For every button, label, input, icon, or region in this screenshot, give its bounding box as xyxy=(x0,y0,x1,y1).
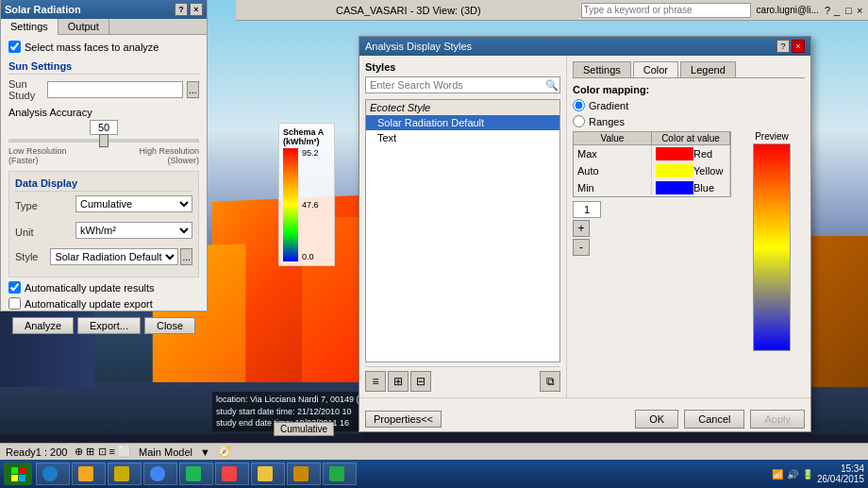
plus-button[interactable]: + xyxy=(573,220,590,237)
color-name-blue: Blue xyxy=(693,182,714,194)
taskbar-app-music[interactable] xyxy=(179,463,213,485)
ok-button[interactable]: OK xyxy=(635,410,678,429)
tab-color[interactable]: Color xyxy=(633,61,678,77)
analyze-button[interactable]: Analyze xyxy=(12,317,74,334)
style-search-input[interactable] xyxy=(366,79,544,91)
sun-study-input[interactable]: Winter Solar Study xyxy=(47,81,183,98)
preview-area: Preview xyxy=(739,131,805,392)
taskbar-app-folder[interactable] xyxy=(72,463,106,485)
solar-panel-title: Solar Radiation xyxy=(5,4,81,15)
info-line2: study start date time: 21/12/2010 10 xyxy=(216,406,359,418)
slider-track[interactable] xyxy=(8,139,199,143)
maximize-btn[interactable]: □ xyxy=(845,5,857,16)
taskbar-apps xyxy=(36,463,357,485)
volume-icon: 🔊 xyxy=(787,469,798,480)
style-select[interactable]: Solar Radiation Default xyxy=(50,248,178,265)
auto-update-checkbox[interactable] xyxy=(8,281,21,294)
cumulative-badge: Cumulative xyxy=(274,422,334,436)
system-clock[interactable]: 15:34 26/04/2015 xyxy=(817,463,864,484)
taskbar-app-chrome[interactable] xyxy=(143,463,177,485)
ranges-radio-row: Ranges xyxy=(573,115,805,127)
ads-title: Analysis Display Styles xyxy=(365,41,472,52)
taskbar-app-revit2[interactable] xyxy=(287,463,321,485)
battery-icon: 🔋 xyxy=(802,469,813,480)
taskbar-app-revit[interactable] xyxy=(108,463,142,485)
svg-rect-3 xyxy=(19,475,25,481)
style-item-text[interactable]: Text xyxy=(366,130,559,145)
style-list: Ecotect Style Solar Radiation Default Te… xyxy=(365,99,560,362)
tab-settings[interactable]: Settings xyxy=(1,19,58,35)
gradient-radio[interactable] xyxy=(573,99,585,111)
preview-label: Preview xyxy=(739,131,805,142)
view-toggle-btns: ≡ ⊞ ⊟ xyxy=(365,371,431,392)
taskbar-app-yellow[interactable] xyxy=(251,463,285,485)
minus-button[interactable]: - xyxy=(573,239,590,256)
search-input[interactable] xyxy=(581,3,751,18)
close-btn[interactable]: × xyxy=(857,5,868,16)
start-button[interactable] xyxy=(4,463,32,485)
schema-title: Schema A (kWh/m²) xyxy=(283,127,330,146)
swatch-red xyxy=(656,147,693,160)
auto-export-checkbox[interactable] xyxy=(8,297,21,310)
taskbar-app-red[interactable] xyxy=(215,463,249,485)
slider-thumb[interactable] xyxy=(99,134,108,147)
type-row: Type Cumulative Peak xyxy=(15,195,192,216)
style-item-solar-default[interactable]: Solar Radiation Default xyxy=(366,115,559,130)
export-button[interactable]: Export... xyxy=(77,317,141,334)
ads-dialog: Analysis Display Styles ? × Styles 🔍 Eco… xyxy=(359,36,811,432)
style-browse[interactable]: ... xyxy=(180,248,192,265)
ads-title-icons: ? × xyxy=(776,40,805,53)
gradient-label: Gradient xyxy=(589,100,628,111)
clock-date: 26/04/2015 xyxy=(817,474,864,484)
close-button[interactable]: × xyxy=(190,3,203,16)
header-value: Value xyxy=(574,132,652,144)
styles-section-label: Styles xyxy=(365,61,560,73)
help-btn[interactable]: ? xyxy=(825,5,830,16)
model-dropdown[interactable]: ▼ xyxy=(200,446,210,458)
minimize-btn[interactable]: _ xyxy=(834,5,845,16)
taskbar-app-green[interactable] xyxy=(323,463,357,485)
table-row: Auto Yellow xyxy=(574,162,730,179)
apply-button[interactable]: Apply xyxy=(750,410,805,429)
tab-settings[interactable]: Settings xyxy=(573,61,631,77)
num-input[interactable]: 1 xyxy=(573,201,601,218)
detail-view-btn[interactable]: ⊟ xyxy=(410,371,431,392)
sun-study-browse[interactable]: ... xyxy=(187,81,199,98)
select-faces-checkbox[interactable] xyxy=(8,41,21,53)
list-view-btn[interactable]: ≡ xyxy=(365,371,386,392)
search-icon: 🔍 xyxy=(544,79,559,92)
color-name-red: Red xyxy=(693,148,712,160)
properties-button[interactable]: Properties<< xyxy=(365,411,442,428)
help-button[interactable]: ? xyxy=(175,3,188,16)
auto-update-label: Automatically update results xyxy=(25,282,155,294)
type-select[interactable]: Cumulative Peak xyxy=(75,195,192,212)
svg-rect-0 xyxy=(11,467,18,474)
unit-select[interactable]: kWh/m² BTU/ft² xyxy=(75,222,192,239)
ads-tabs: Settings Color Legend xyxy=(573,61,805,78)
taskbar-app-ie[interactable] xyxy=(36,463,70,485)
select-faces-label: Select mass faces to analyze xyxy=(25,42,159,53)
ranges-label: Ranges xyxy=(589,116,625,127)
tab-output[interactable]: Output xyxy=(58,19,109,34)
analysis-accuracy-section: Analysis Accuracy 50 Low Resolution (Fas… xyxy=(8,107,199,165)
ads-help-btn[interactable]: ? xyxy=(776,40,790,53)
properties-row: Properties<< OK Cancel Apply xyxy=(359,397,810,440)
select-faces-row: Select mass faces to analyze xyxy=(8,41,199,53)
scale-indicator: 1 : 200 xyxy=(36,446,68,458)
grid-view-btn[interactable]: ⊞ xyxy=(388,371,409,392)
bottom-buttons: Analyze Export... Close xyxy=(8,317,199,334)
solar-panel-title-bar: Solar Radiation ? × xyxy=(1,0,207,19)
ranges-radio[interactable] xyxy=(573,115,585,127)
swatch-yellow xyxy=(656,164,693,177)
svg-rect-2 xyxy=(11,475,18,481)
tab-legend[interactable]: Legend xyxy=(680,61,736,77)
scale-values: 95.2 47.6 0.0 xyxy=(302,148,319,261)
duplicate-btn[interactable]: ⧉ xyxy=(540,371,560,392)
unit-row: Unit kWh/m² BTU/ft² xyxy=(15,222,192,243)
color-table-area: Value Color at value Max Red xyxy=(573,131,805,392)
status-ready: Ready xyxy=(6,446,36,458)
unit-label: Unit xyxy=(15,227,72,238)
ads-close-btn[interactable]: × xyxy=(792,40,805,53)
close-dialog-button[interactable]: Close xyxy=(144,317,195,334)
cancel-button[interactable]: Cancel xyxy=(684,410,744,429)
